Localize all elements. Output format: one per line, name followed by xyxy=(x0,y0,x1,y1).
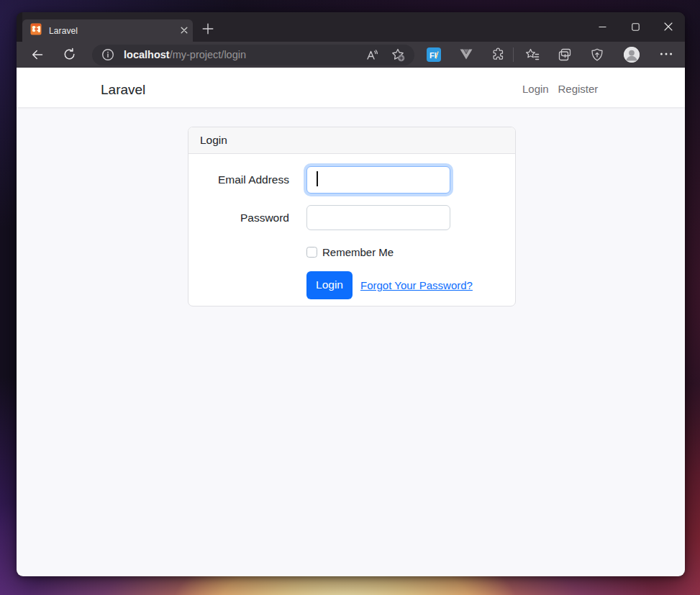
svg-text:FI: FI xyxy=(429,51,437,60)
